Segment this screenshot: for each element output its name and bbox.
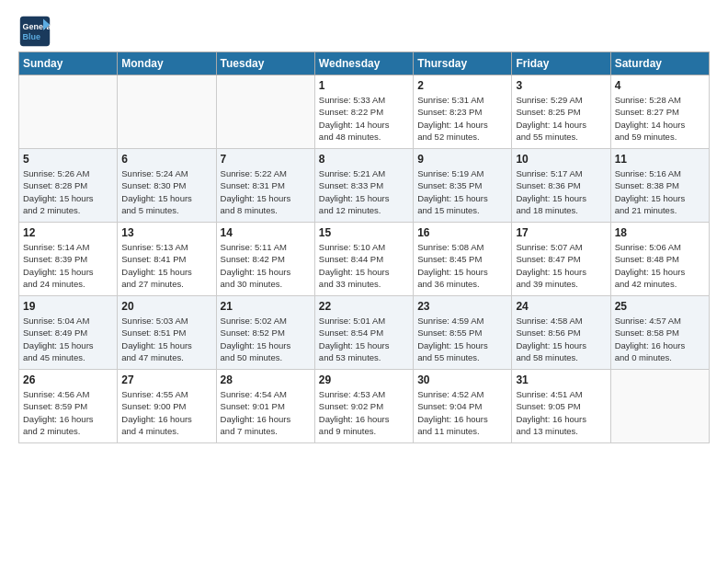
calendar-cell: 12Sunrise: 5:14 AM Sunset: 8:39 PM Dayli… bbox=[19, 223, 118, 296]
day-info: Sunrise: 5:14 AM Sunset: 8:39 PM Dayligh… bbox=[23, 241, 113, 290]
day-number: 27 bbox=[121, 373, 211, 386]
calendar-cell: 2Sunrise: 5:31 AM Sunset: 8:23 PM Daylig… bbox=[414, 75, 512, 149]
day-info: Sunrise: 5:06 AM Sunset: 8:48 PM Dayligh… bbox=[615, 241, 705, 290]
day-number: 7 bbox=[221, 153, 311, 166]
day-info: Sunrise: 5:22 AM Sunset: 8:31 PM Dayligh… bbox=[221, 167, 311, 216]
day-info: Sunrise: 5:33 AM Sunset: 8:22 PM Dayligh… bbox=[319, 94, 409, 143]
calendar-cell bbox=[118, 75, 216, 149]
day-number: 5 bbox=[23, 153, 113, 166]
day-info: Sunrise: 5:19 AM Sunset: 8:35 PM Dayligh… bbox=[417, 167, 507, 216]
day-number: 31 bbox=[516, 373, 606, 386]
day-info: Sunrise: 4:52 AM Sunset: 9:04 PM Dayligh… bbox=[417, 388, 507, 437]
day-number: 9 bbox=[417, 153, 507, 166]
day-number: 6 bbox=[121, 153, 211, 166]
calendar-cell: 9Sunrise: 5:19 AM Sunset: 8:35 PM Daylig… bbox=[414, 149, 512, 223]
day-info: Sunrise: 5:01 AM Sunset: 8:54 PM Dayligh… bbox=[319, 315, 409, 363]
day-number: 2 bbox=[417, 79, 507, 92]
day-number: 22 bbox=[319, 300, 409, 313]
day-info: Sunrise: 4:53 AM Sunset: 9:02 PM Dayligh… bbox=[319, 388, 409, 437]
calendar-cell: 24Sunrise: 4:58 AM Sunset: 8:56 PM Dayli… bbox=[512, 296, 610, 370]
calendar-cell bbox=[610, 370, 709, 443]
day-number: 15 bbox=[319, 226, 409, 239]
day-number: 25 bbox=[615, 300, 705, 313]
day-number: 18 bbox=[615, 226, 705, 239]
svg-text:Blue: Blue bbox=[23, 32, 41, 41]
calendar-cell: 19Sunrise: 5:04 AM Sunset: 8:49 PM Dayli… bbox=[19, 296, 118, 370]
day-info: Sunrise: 5:17 AM Sunset: 8:36 PM Dayligh… bbox=[516, 167, 606, 216]
day-info: Sunrise: 4:59 AM Sunset: 8:55 PM Dayligh… bbox=[417, 315, 507, 363]
calendar-cell: 10Sunrise: 5:17 AM Sunset: 8:36 PM Dayli… bbox=[512, 149, 610, 223]
calendar-cell: 31Sunrise: 4:51 AM Sunset: 9:05 PM Dayli… bbox=[512, 370, 610, 443]
week-row-2: 5Sunrise: 5:26 AM Sunset: 8:28 PM Daylig… bbox=[19, 149, 710, 223]
header: General Blue bbox=[18, 15, 710, 48]
day-number: 8 bbox=[319, 153, 409, 166]
main-container: General Blue SundayMondayTuesdayWednesda… bbox=[0, 0, 728, 453]
week-row-5: 26Sunrise: 4:56 AM Sunset: 8:59 PM Dayli… bbox=[19, 370, 710, 443]
column-header-sunday: Sunday bbox=[19, 52, 118, 75]
header-row: SundayMondayTuesdayWednesdayThursdayFrid… bbox=[19, 52, 710, 75]
calendar-cell: 27Sunrise: 4:55 AM Sunset: 9:00 PM Dayli… bbox=[118, 370, 216, 443]
day-info: Sunrise: 5:16 AM Sunset: 8:38 PM Dayligh… bbox=[615, 167, 705, 216]
day-number: 4 bbox=[615, 79, 705, 92]
column-header-tuesday: Tuesday bbox=[216, 52, 314, 75]
day-number: 13 bbox=[121, 226, 211, 239]
logo-icon: General Blue bbox=[18, 15, 51, 48]
day-number: 10 bbox=[516, 153, 606, 166]
calendar-cell: 18Sunrise: 5:06 AM Sunset: 8:48 PM Dayli… bbox=[610, 223, 709, 296]
column-header-monday: Monday bbox=[118, 52, 216, 75]
day-info: Sunrise: 5:04 AM Sunset: 8:49 PM Dayligh… bbox=[23, 315, 113, 363]
week-row-4: 19Sunrise: 5:04 AM Sunset: 8:49 PM Dayli… bbox=[19, 296, 710, 370]
calendar-cell: 16Sunrise: 5:08 AM Sunset: 8:45 PM Dayli… bbox=[414, 223, 512, 296]
day-info: Sunrise: 5:11 AM Sunset: 8:42 PM Dayligh… bbox=[221, 241, 311, 290]
day-info: Sunrise: 5:28 AM Sunset: 8:27 PM Dayligh… bbox=[615, 94, 705, 143]
week-row-3: 12Sunrise: 5:14 AM Sunset: 8:39 PM Dayli… bbox=[19, 223, 710, 296]
week-row-1: 1Sunrise: 5:33 AM Sunset: 8:22 PM Daylig… bbox=[19, 75, 710, 149]
day-number: 23 bbox=[417, 300, 507, 313]
day-number: 21 bbox=[221, 300, 311, 313]
calendar-cell: 8Sunrise: 5:21 AM Sunset: 8:33 PM Daylig… bbox=[314, 149, 413, 223]
day-number: 12 bbox=[23, 226, 113, 239]
calendar-cell bbox=[19, 75, 118, 149]
day-info: Sunrise: 4:55 AM Sunset: 9:00 PM Dayligh… bbox=[121, 388, 211, 437]
calendar-table: SundayMondayTuesdayWednesdayThursdayFrid… bbox=[18, 52, 710, 443]
day-number: 29 bbox=[319, 373, 409, 386]
calendar-cell: 11Sunrise: 5:16 AM Sunset: 8:38 PM Dayli… bbox=[610, 149, 709, 223]
day-info: Sunrise: 5:29 AM Sunset: 8:25 PM Dayligh… bbox=[516, 94, 606, 143]
calendar-cell: 23Sunrise: 4:59 AM Sunset: 8:55 PM Dayli… bbox=[414, 296, 512, 370]
calendar-cell: 28Sunrise: 4:54 AM Sunset: 9:01 PM Dayli… bbox=[216, 370, 314, 443]
calendar-cell: 6Sunrise: 5:24 AM Sunset: 8:30 PM Daylig… bbox=[118, 149, 216, 223]
day-info: Sunrise: 4:57 AM Sunset: 8:58 PM Dayligh… bbox=[615, 315, 705, 363]
day-number: 17 bbox=[516, 226, 606, 239]
day-info: Sunrise: 5:03 AM Sunset: 8:51 PM Dayligh… bbox=[121, 315, 211, 363]
calendar-cell: 14Sunrise: 5:11 AM Sunset: 8:42 PM Dayli… bbox=[216, 223, 314, 296]
calendar-cell: 30Sunrise: 4:52 AM Sunset: 9:04 PM Dayli… bbox=[414, 370, 512, 443]
calendar-cell: 3Sunrise: 5:29 AM Sunset: 8:25 PM Daylig… bbox=[512, 75, 610, 149]
calendar-cell: 13Sunrise: 5:13 AM Sunset: 8:41 PM Dayli… bbox=[118, 223, 216, 296]
calendar-cell: 21Sunrise: 5:02 AM Sunset: 8:52 PM Dayli… bbox=[216, 296, 314, 370]
day-info: Sunrise: 5:08 AM Sunset: 8:45 PM Dayligh… bbox=[417, 241, 507, 290]
column-header-wednesday: Wednesday bbox=[314, 52, 413, 75]
calendar-cell: 29Sunrise: 4:53 AM Sunset: 9:02 PM Dayli… bbox=[314, 370, 413, 443]
day-info: Sunrise: 5:10 AM Sunset: 8:44 PM Dayligh… bbox=[319, 241, 409, 290]
day-number: 11 bbox=[615, 153, 705, 166]
day-info: Sunrise: 5:21 AM Sunset: 8:33 PM Dayligh… bbox=[319, 167, 409, 216]
day-number: 3 bbox=[516, 79, 606, 92]
day-info: Sunrise: 5:07 AM Sunset: 8:47 PM Dayligh… bbox=[516, 241, 606, 290]
day-number: 20 bbox=[121, 300, 211, 313]
day-number: 26 bbox=[23, 373, 113, 386]
day-number: 30 bbox=[417, 373, 507, 386]
day-number: 24 bbox=[516, 300, 606, 313]
calendar-cell: 17Sunrise: 5:07 AM Sunset: 8:47 PM Dayli… bbox=[512, 223, 610, 296]
calendar-cell: 22Sunrise: 5:01 AM Sunset: 8:54 PM Dayli… bbox=[314, 296, 413, 370]
day-number: 14 bbox=[221, 226, 311, 239]
calendar-cell: 26Sunrise: 4:56 AM Sunset: 8:59 PM Dayli… bbox=[19, 370, 118, 443]
calendar-cell: 20Sunrise: 5:03 AM Sunset: 8:51 PM Dayli… bbox=[118, 296, 216, 370]
day-number: 1 bbox=[319, 79, 409, 92]
calendar-cell: 15Sunrise: 5:10 AM Sunset: 8:44 PM Dayli… bbox=[314, 223, 413, 296]
day-number: 19 bbox=[23, 300, 113, 313]
column-header-friday: Friday bbox=[512, 52, 610, 75]
calendar-cell: 1Sunrise: 5:33 AM Sunset: 8:22 PM Daylig… bbox=[314, 75, 413, 149]
column-header-thursday: Thursday bbox=[414, 52, 512, 75]
day-info: Sunrise: 4:58 AM Sunset: 8:56 PM Dayligh… bbox=[516, 315, 606, 363]
calendar-cell: 5Sunrise: 5:26 AM Sunset: 8:28 PM Daylig… bbox=[19, 149, 118, 223]
